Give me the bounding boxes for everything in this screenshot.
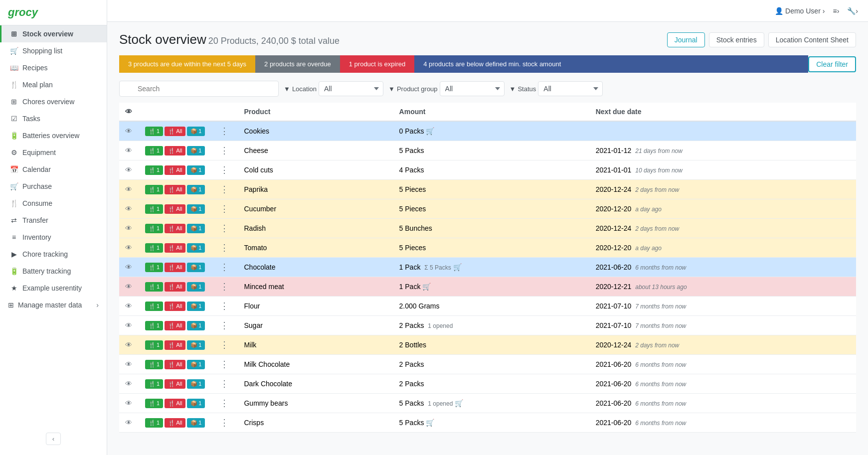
more-options-button[interactable]: ⋮ — [217, 319, 232, 332]
open-button[interactable]: 📦1 — [187, 302, 205, 311]
more-options-button[interactable]: ⋮ — [217, 338, 232, 351]
open-button[interactable]: 📦1 — [187, 321, 205, 330]
chevron-right-icon: › — [96, 301, 99, 309]
more-options-button[interactable]: ⋮ — [217, 261, 232, 274]
open-button[interactable]: 📦1 — [187, 282, 205, 292]
more-options-button[interactable]: ⋮ — [217, 163, 232, 176]
consume-button[interactable]: 🍴1 — [145, 282, 163, 292]
open-button[interactable]: 📦1 — [187, 399, 205, 408]
consume-all-button[interactable]: 🍴All — [165, 282, 185, 292]
consume-button[interactable]: 🍴1 — [145, 127, 163, 136]
sidebar-item-consume[interactable]: 🍴Consume — [0, 195, 107, 212]
consume-button[interactable]: 🍴1 — [145, 340, 163, 350]
more-options-button[interactable]: ⋮ — [217, 183, 232, 196]
more-options-button[interactable]: ⋮ — [217, 222, 232, 235]
open-button[interactable]: 📦1 — [187, 185, 205, 194]
consume-button[interactable]: 🍴1 — [145, 263, 163, 272]
sidebar-item-purchase[interactable]: 🛒Purchase — [0, 178, 107, 195]
sidebar-collapse-button[interactable]: ‹ — [46, 433, 61, 445]
consume-button[interactable]: 🍴1 — [145, 185, 163, 194]
consume-button[interactable]: 🍴1 — [145, 302, 163, 311]
consume-all-button[interactable]: 🍴All — [165, 340, 185, 350]
product-group-select[interactable]: All — [440, 81, 505, 96]
consume-all-button[interactable]: 🍴All — [165, 263, 185, 272]
consume-button[interactable]: 🍴1 — [145, 204, 163, 214]
more-options-button[interactable]: ⋮ — [217, 202, 232, 215]
consume-button[interactable]: 🍴1 — [145, 146, 163, 155]
location-content-sheet-button[interactable]: Location Content Sheet — [768, 32, 856, 47]
open-button[interactable]: 📦1 — [187, 243, 205, 253]
consume-all-button[interactable]: 🍴All — [165, 127, 185, 136]
more-options-button[interactable]: ⋮ — [217, 358, 232, 371]
status-select[interactable]: All — [538, 81, 603, 96]
consume-all-button[interactable]: 🍴All — [165, 418, 185, 428]
sidebar-item-meal-plan[interactable]: 🍴Meal plan — [0, 76, 107, 93]
consume-button[interactable]: 🍴1 — [145, 224, 163, 233]
consume-all-button[interactable]: 🍴All — [165, 243, 185, 253]
consume-button[interactable]: 🍴1 — [145, 360, 163, 369]
settings-button[interactable]: 🔧› — [847, 7, 858, 15]
sidebar-item-tasks[interactable]: ☑Tasks — [0, 110, 107, 127]
open-icon: 📦 — [190, 400, 197, 407]
sidebar-item-manage-master-data[interactable]: ⊞Manage master data› — [0, 297, 107, 313]
sidebar-item-stock-overview[interactable]: ⊞Stock overview — [0, 25, 107, 42]
alert-overdue[interactable]: 2 products are overdue — [255, 55, 340, 73]
consume-all-button[interactable]: 🍴All — [165, 302, 185, 311]
alert-min-stock[interactable]: 4 products are below defined min. stock … — [414, 55, 808, 73]
consume-all-button[interactable]: 🍴All — [165, 379, 185, 389]
open-button[interactable]: 📦1 — [187, 165, 205, 175]
open-button[interactable]: 📦1 — [187, 340, 205, 350]
sidebar-item-chores-overview[interactable]: ⊞Chores overview — [0, 93, 107, 110]
search-input[interactable] — [119, 81, 279, 97]
more-options-button[interactable]: ⋮ — [217, 144, 232, 157]
consume-all-button[interactable]: 🍴All — [165, 224, 185, 233]
more-options-button[interactable]: ⋮ — [217, 416, 232, 429]
sidebar-item-transfer[interactable]: ⇄Transfer — [0, 212, 107, 229]
stock-entries-button[interactable]: Stock entries — [709, 32, 764, 47]
consume-button[interactable]: 🍴1 — [145, 379, 163, 389]
row-product-name: Sugar — [238, 316, 393, 335]
consume-button[interactable]: 🍴1 — [145, 165, 163, 175]
consume-all-button[interactable]: 🍴All — [165, 185, 185, 194]
consume-all-button[interactable]: 🍴All — [165, 165, 185, 175]
open-button[interactable]: 📦1 — [187, 224, 205, 233]
journal-button[interactable]: Journal — [667, 32, 705, 47]
alert-expired[interactable]: 1 product is expired — [340, 55, 414, 73]
sidebar-item-example-userentity[interactable]: ★Example userentity — [0, 280, 107, 297]
user-menu[interactable]: 👤 Demo User › — [775, 7, 825, 15]
more-options-button[interactable]: ⋮ — [217, 241, 232, 254]
consume-button[interactable]: 🍴1 — [145, 418, 163, 428]
sidebar-item-inventory[interactable]: ≡Inventory — [0, 229, 107, 246]
consume-button[interactable]: 🍴1 — [145, 243, 163, 253]
open-button[interactable]: 📦1 — [187, 418, 205, 428]
sidebar-item-battery-tracking[interactable]: 🔋Battery tracking — [0, 263, 107, 280]
open-button[interactable]: 📦1 — [187, 204, 205, 214]
more-options-button[interactable]: ⋮ — [217, 280, 232, 293]
consume-all-button[interactable]: 🍴All — [165, 321, 185, 330]
clear-filter-button[interactable]: Clear filter — [808, 56, 856, 72]
consume-all-button[interactable]: 🍴All — [165, 360, 185, 369]
sidebar-item-calendar[interactable]: 📅Calendar — [0, 161, 107, 178]
consume-all-button[interactable]: 🍴All — [165, 204, 185, 214]
sidebar-item-recipes[interactable]: 📖Recipes — [0, 59, 107, 76]
location-select[interactable]: All — [319, 81, 383, 96]
consume-all-button[interactable]: 🍴All — [165, 146, 185, 155]
sidebar-item-batteries-overview[interactable]: 🔋Batteries overview — [0, 127, 107, 144]
more-options-button[interactable]: ⋮ — [217, 300, 232, 312]
sidebar-item-chore-tracking[interactable]: ▶Chore tracking — [0, 246, 107, 263]
open-button[interactable]: 📦1 — [187, 127, 205, 136]
consume-button[interactable]: 🍴1 — [145, 399, 163, 408]
more-options-button[interactable]: ⋮ — [217, 397, 232, 410]
open-button[interactable]: 📦1 — [187, 263, 205, 272]
open-button[interactable]: 📦1 — [187, 146, 205, 155]
sidebar-item-equipment[interactable]: ⚙Equipment — [0, 144, 107, 161]
sidebar-item-shopping-list[interactable]: 🛒Shopping list — [0, 42, 107, 59]
consume-button[interactable]: 🍴1 — [145, 321, 163, 330]
open-button[interactable]: 📦1 — [187, 360, 205, 369]
menu-button[interactable]: ≡› — [833, 7, 839, 15]
open-button[interactable]: 📦1 — [187, 379, 205, 389]
alert-due-soon[interactable]: 3 products are due within the next 5 day… — [119, 55, 255, 73]
more-options-button[interactable]: ⋮ — [217, 125, 232, 138]
more-options-button[interactable]: ⋮ — [217, 377, 232, 390]
consume-all-button[interactable]: 🍴All — [165, 399, 185, 408]
